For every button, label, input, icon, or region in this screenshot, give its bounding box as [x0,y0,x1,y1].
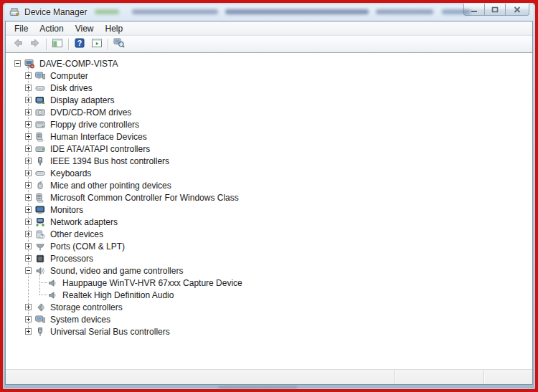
back-arrow-icon [12,37,24,52]
tree-item-label: Floppy drive controllers [49,120,141,130]
tree-item-dvd-cd-rom-drives[interactable]: DVD/CD-ROM drives [6,106,532,118]
usb-icon [35,327,45,337]
tree-item-label: Universal Serial Bus controllers [49,327,171,337]
tree-item-hauppauge-wintv-hvr-67xxx-capture-device[interactable]: Hauppauge WinTV-HVR 67xxx Capture Device [6,277,532,289]
expand-toggle[interactable] [25,316,32,322]
floppy-controller-icon [35,120,45,130]
expand-toggle[interactable] [25,121,32,128]
tree-item-universal-serial-bus-controllers[interactable]: Universal Serial Bus controllers [6,325,532,338]
tree-item-sound-video-and-game-controllers[interactable]: Sound, video and game controllers [6,264,532,277]
tree-item-label: Processors [49,254,95,264]
collapse-toggle[interactable] [14,60,21,67]
expand-toggle[interactable] [25,72,32,79]
collapse-toggle[interactable] [25,267,32,274]
ide-controller-icon [35,144,45,154]
expand-toggle[interactable] [25,97,32,103]
expand-toggle[interactable] [25,328,32,335]
expand-toggle[interactable] [25,170,32,176]
tree-item-label: Computer [49,71,90,81]
computer-root-icon [24,59,34,69]
title-bar[interactable]: Device Manager [3,3,535,21]
tree-item-other-devices[interactable]: ?Other devices [6,228,532,240]
help-button[interactable]: ? [71,37,88,52]
unknown-device-icon: ? [35,229,45,239]
menu-action[interactable]: Action [34,22,69,35]
tree-item-system-devices[interactable]: System devices [6,313,532,325]
disk-drive-icon [35,83,45,93]
audio-device-icon [47,290,57,300]
display-adapter-icon [35,95,45,105]
tree-item-realtek-high-definition-audio[interactable]: Realtek High Definition Audio [6,289,532,301]
tree-item-microsoft-common-controller-for-windows-class[interactable]: Microsoft Common Controller For Windows … [6,191,532,204]
expand-toggle[interactable] [25,85,32,91]
sound-icon [35,266,45,276]
expand-toggle[interactable] [25,158,32,164]
tree-item-human-interface-devices[interactable]: Human Interface Devices [6,130,532,143]
expand-toggle[interactable] [25,219,32,225]
back-button[interactable] [9,37,27,52]
tree-item-network-adapters[interactable]: Network adapters [6,216,532,228]
maximize-button[interactable] [485,4,506,16]
svg-text:?: ? [77,39,82,47]
tree-item-label: Storage controllers [49,302,124,312]
close-button[interactable] [506,4,529,16]
monitor-icon [35,205,45,215]
computer-icon [35,71,45,81]
serial-port-icon [35,242,45,252]
tree-item-label: Keyboards [49,168,93,178]
tree-item-ports-com-lpt[interactable]: Ports (COM & LPT) [6,240,532,252]
tree-connector-stub [39,295,47,295]
client-area: FileActionViewHelp ? DAVE-COMP-VISTAComp… [5,21,533,385]
forward-arrow-icon [29,37,41,52]
status-section-main [6,370,394,384]
status-section-3 [483,370,532,384]
tree-item-label: DAVE-COMP-VISTA [38,59,120,69]
expand-toggle[interactable] [25,255,32,262]
expand-toggle[interactable] [25,182,32,188]
tree-item-display-adapters[interactable]: Display adapters [6,94,532,106]
device-manager-window: Device Manager FileActionViewHelp ? DAVE… [3,3,535,389]
expand-toggle[interactable] [25,231,32,237]
tree-item-ieee-1394-bus-host-controllers[interactable]: IEEE 1394 Bus host controllers [6,155,532,167]
tree-connector-line [39,274,40,295]
tree-item-floppy-drive-controllers[interactable]: Floppy drive controllers [6,118,532,130]
scan-for-hardware-changes-button[interactable] [110,37,128,52]
tree-item-label: IDE ATA/ATAPI controllers [49,144,151,154]
expand-toggle[interactable] [25,145,32,152]
expand-toggle[interactable] [25,133,32,140]
tree-item-dave-comp-vista[interactable]: DAVE-COMP-VISTA [6,57,532,70]
tree-item-processors[interactable]: Processors [6,252,532,264]
expand-toggle[interactable] [25,194,32,201]
expand-toggle[interactable] [25,206,32,213]
tree-item-label: Network adapters [49,217,119,227]
tree-item-keyboards[interactable]: Keyboards [6,167,532,179]
tree-item-label: Other devices [49,229,105,239]
forward-button[interactable] [27,37,44,52]
system-devices-icon [35,315,45,325]
minimize-button[interactable] [463,4,485,16]
tree-rows: DAVE-COMP-VISTAComputerDisk drivesDispla… [6,57,532,338]
show-hide-action-pane-button[interactable] [88,37,105,52]
expand-toggle[interactable] [25,304,32,310]
audio-device-icon [47,278,57,288]
menu-help[interactable]: Help [100,22,129,35]
tree-item-ide-ata-atapi-controllers[interactable]: IDE ATA/ATAPI controllers [6,143,532,155]
tree-item-label: Disk drives [49,83,94,93]
show-hide-console-tree-button[interactable] [49,37,66,52]
device-tree[interactable]: DAVE-COMP-VISTAComputerDisk drivesDispla… [6,53,532,369]
tree-item-computer[interactable]: Computer [6,70,532,82]
expand-toggle[interactable] [25,109,32,115]
scan-hardware-icon [113,37,125,52]
tree-item-label: DVD/CD-ROM drives [49,107,133,118]
window-controls [463,4,529,16]
ieee1394-icon [35,156,45,166]
tree-item-disk-drives[interactable]: Disk drives [6,82,532,94]
expand-toggle[interactable] [25,243,32,249]
dvd-drive-icon [35,107,45,118]
menu-view[interactable]: View [70,22,100,35]
tree-item-mice-and-other-pointing-devices[interactable]: Mice and other pointing devices [6,179,532,191]
menu-file[interactable]: File [9,22,34,35]
tree-item-monitors[interactable]: Monitors [6,204,532,216]
tree-item-storage-controllers[interactable]: Storage controllers [6,301,532,313]
toolbar-separator [68,39,69,50]
